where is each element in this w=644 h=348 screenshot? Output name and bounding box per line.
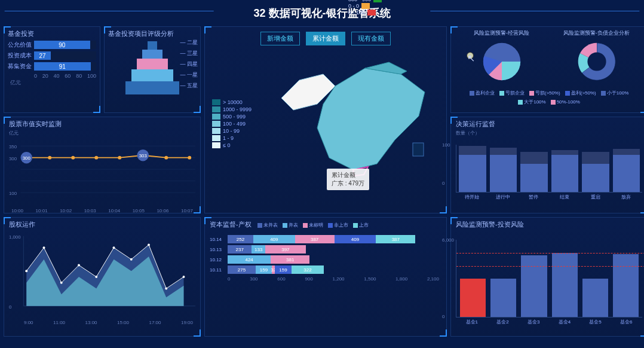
panel-title: 风险监测预警-经营风险 bbox=[456, 29, 547, 37]
stack-row: 10.13237133397 bbox=[210, 245, 441, 254]
svg-text:100: 100 bbox=[9, 191, 17, 196]
stock-line-panel: 股票市值实时监测 亿元 350 300 100 300 303 10:0010:… bbox=[4, 117, 201, 213]
map-tab[interactable]: 累计金额 bbox=[306, 32, 345, 45]
map-tab[interactable]: 新增金额 bbox=[260, 32, 300, 45]
svg-point-18 bbox=[164, 156, 168, 160]
svg-text:1,000: 1,000 bbox=[9, 234, 21, 240]
bar bbox=[551, 155, 579, 192]
pyramid-chart bbox=[125, 41, 179, 94]
map-tab[interactable]: 现有金额 bbox=[351, 32, 391, 45]
svg-point-31 bbox=[78, 264, 80, 267]
svg-point-19 bbox=[188, 156, 191, 160]
bar bbox=[552, 253, 578, 318]
bar bbox=[582, 279, 608, 318]
capital-panel: 资本监督-产权 未并表并表未标明非上市上市 10.142524093874093… bbox=[204, 217, 447, 337]
fund-invest-panel: 基金投资 公允价值90投资成本27募集资金91 020406080100 亿元 bbox=[4, 26, 100, 113]
header: 32 数据可视化-银行监管系统 bbox=[0, 0, 644, 26]
svg-point-34 bbox=[130, 258, 133, 261]
svg-text:0: 0 bbox=[9, 304, 12, 310]
panel-title: 风险监测预警-投资风险 bbox=[456, 220, 642, 229]
stack-row: 10.14252409387409387 bbox=[210, 235, 441, 243]
bar bbox=[613, 155, 640, 192]
svg-point-36 bbox=[165, 288, 167, 290]
svg-point-3 bbox=[587, 52, 606, 71]
pie-chart-2 bbox=[574, 38, 620, 85]
svg-text:300: 300 bbox=[9, 156, 17, 161]
panel-title: 股票市值实时监测 bbox=[9, 120, 195, 129]
svg-point-32 bbox=[95, 276, 97, 278]
bar-row: 募集资金91 bbox=[8, 62, 96, 71]
decision-panel: 决策运行监督 数量（个） 100 0 待开始进行中暂停结束重启放弃 bbox=[450, 117, 644, 213]
bar bbox=[459, 155, 486, 192]
svg-point-16 bbox=[118, 156, 121, 160]
svg-point-37 bbox=[183, 276, 185, 278]
risk-pie-panel: 风险监测预警-经营风险 风险监测预警-负债企业分析 盈 bbox=[450, 26, 644, 113]
panel-title: 股权运作 bbox=[9, 220, 195, 229]
svg-point-13 bbox=[48, 156, 51, 160]
panel-title: 资本监督-产权 bbox=[210, 220, 252, 229]
svg-point-33 bbox=[113, 246, 115, 249]
map-panel: 新增金额累计金额现有金额 800 - 9000 - 00 - 100 > 100… bbox=[204, 26, 447, 213]
panel-title: 风险监测预警-负债企业分析 bbox=[551, 29, 642, 37]
panel-title: 决策运行监督 bbox=[456, 120, 642, 129]
svg-point-29 bbox=[43, 246, 45, 249]
bar bbox=[520, 164, 548, 192]
stack-row: 10.1127515932159322 bbox=[210, 265, 441, 274]
rating-panel: 基金投资项目评级分析 — 二星— 三星— 四星— 一星— 五星 bbox=[104, 26, 201, 113]
bar bbox=[460, 279, 486, 318]
bar bbox=[490, 279, 516, 318]
svg-text:350: 350 bbox=[9, 144, 17, 149]
bar bbox=[582, 164, 609, 192]
svg-point-30 bbox=[60, 282, 63, 284]
invest-risk-panel: 风险监测预警-投资风险 6,000 0 5000 4000 基金1基金2基金3基… bbox=[450, 217, 644, 337]
bar-row: 公允价值90 bbox=[8, 41, 96, 49]
bar-row: 投资成本27 bbox=[8, 51, 96, 60]
svg-point-15 bbox=[94, 156, 98, 160]
bar bbox=[613, 254, 639, 317]
top-left-split: 基金投资 公允价值90投资成本27募集资金91 020406080100 亿元 … bbox=[4, 26, 201, 113]
svg-rect-0 bbox=[413, 143, 424, 156]
bar bbox=[490, 155, 517, 192]
unit-label: 亿元 bbox=[8, 79, 96, 87]
svg-point-14 bbox=[71, 156, 75, 160]
equity-area-panel: 股权运作 1,0000 9:0011:0013:0015:0017:0019:0… bbox=[4, 217, 201, 337]
stack-row: 10.12424381 bbox=[210, 255, 441, 264]
cursor-icon: ↖ bbox=[467, 52, 474, 59]
panel-title: 基金投资项目评级分析 bbox=[108, 29, 197, 38]
panel-title: 基金投资 bbox=[8, 29, 96, 38]
china-map[interactable] bbox=[257, 50, 437, 182]
svg-text:300: 300 bbox=[23, 155, 31, 161]
pie-chart-1 bbox=[479, 38, 525, 85]
map-tooltip: 累计金额 广东 : 479万 bbox=[327, 169, 369, 190]
bar bbox=[521, 255, 547, 317]
area-chart: 1,0000 bbox=[9, 230, 195, 318]
svg-point-28 bbox=[25, 270, 27, 272]
svg-text:303: 303 bbox=[139, 153, 147, 158]
svg-point-35 bbox=[148, 243, 150, 246]
line-chart: 350 300 100 300 303 bbox=[9, 136, 195, 208]
